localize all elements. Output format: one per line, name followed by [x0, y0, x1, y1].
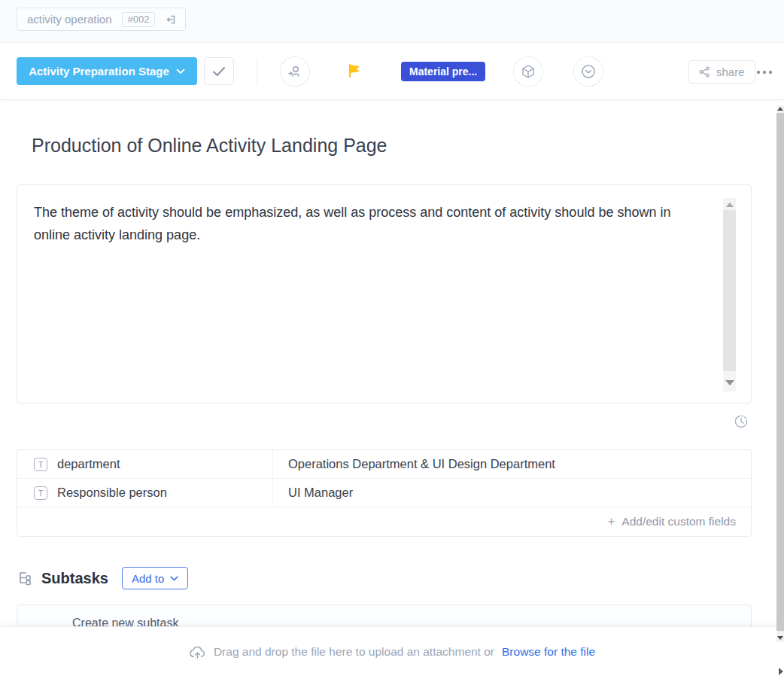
assign-member-button[interactable] — [280, 56, 310, 87]
version-button[interactable] — [513, 56, 543, 87]
checkin-button[interactable] — [573, 56, 603, 87]
stage-label: Activity Preparation Stage — [29, 65, 169, 78]
status-badge[interactable]: Material pre... — [401, 62, 485, 81]
task-detail-page: activity operation #002 Activity Prepara… — [0, 0, 784, 676]
scroll-up-arrow-icon[interactable] — [777, 107, 783, 111]
custom-fields-table: T department Operations Department & UI … — [17, 449, 752, 537]
toolbar-divider — [257, 59, 257, 84]
subtask-tree-icon — [17, 569, 35, 587]
plus-icon: + — [607, 514, 615, 529]
status-badge-label: Material pre... — [409, 65, 477, 78]
subtasks-add-to-button[interactable]: Add to — [122, 567, 188, 589]
history-clock-icon[interactable] — [732, 413, 750, 431]
assign-person-icon — [287, 63, 303, 80]
subtasks-heading: Subtasks — [41, 570, 108, 587]
task-toolbar: Activity Preparation Stage — [0, 43, 784, 100]
field-value[interactable]: Operations Department & UI Design Depart… — [273, 450, 555, 478]
attachment-drop-bar: Drag and drop the file here to upload an… — [0, 626, 784, 676]
description-scrollbar-thumb[interactable] — [723, 210, 736, 371]
chevron-down-icon — [170, 576, 178, 581]
share-label: share — [716, 65, 745, 78]
chevron-down-icon — [176, 69, 185, 75]
table-row: T department Operations Department & UI … — [17, 450, 751, 479]
page-scrollbar-thumb[interactable] — [776, 113, 784, 631]
priority-flag-icon[interactable] — [345, 62, 363, 80]
breadcrumb[interactable]: activity operation #002 — [17, 8, 186, 31]
description-text: The theme of activity should be emphasiz… — [34, 201, 710, 246]
description-scrollbar[interactable] — [723, 198, 736, 391]
open-task-icon[interactable] — [165, 14, 177, 26]
add-edit-custom-fields-label: Add/edit custom fields — [621, 515, 736, 528]
check-icon — [212, 66, 226, 77]
field-label-cell: T Responsible person — [17, 479, 273, 507]
page-scrollbar[interactable] — [776, 105, 784, 642]
subtasks-section-header: Subtasks Add to — [17, 566, 188, 590]
field-label: Responsible person — [57, 486, 167, 500]
scroll-corner-icon — [779, 668, 783, 675]
scroll-up-arrow-icon[interactable] — [726, 202, 734, 207]
browse-file-link[interactable]: Browse for the file — [502, 645, 595, 659]
complete-task-button[interactable] — [204, 57, 234, 85]
add-to-label: Add to — [132, 572, 164, 585]
drag-drop-text: Drag and drop the file here to upload an… — [214, 645, 494, 659]
text-field-type-icon: T — [34, 486, 47, 500]
circled-chevron-icon — [580, 63, 597, 80]
text-field-type-icon: T — [34, 458, 47, 471]
share-button[interactable]: share — [688, 60, 755, 84]
stage-dropdown-button[interactable]: Activity Preparation Stage — [17, 57, 197, 85]
cube-icon — [520, 63, 536, 80]
add-edit-custom-fields-button[interactable]: + Add/edit custom fields — [17, 507, 751, 536]
field-label: department — [57, 457, 120, 471]
more-actions-icon[interactable] — [753, 63, 776, 81]
description-field[interactable]: The theme of activity should be emphasiz… — [17, 184, 752, 403]
field-label-cell: T department — [17, 450, 273, 478]
project-name: activity operation — [27, 13, 112, 26]
share-icon — [699, 66, 710, 78]
scroll-down-arrow-icon[interactable] — [725, 380, 734, 385]
breadcrumb-bar: activity operation #002 — [0, 0, 784, 43]
task-number-badge: #002 — [122, 12, 156, 27]
cloud-upload-icon — [189, 644, 206, 659]
page-title[interactable]: Production of Online Activity Landing Pa… — [32, 135, 387, 157]
scroll-down-arrow-icon[interactable] — [777, 636, 783, 640]
field-value[interactable]: UI Manager — [273, 479, 353, 507]
table-row: T Responsible person UI Manager — [17, 479, 751, 507]
